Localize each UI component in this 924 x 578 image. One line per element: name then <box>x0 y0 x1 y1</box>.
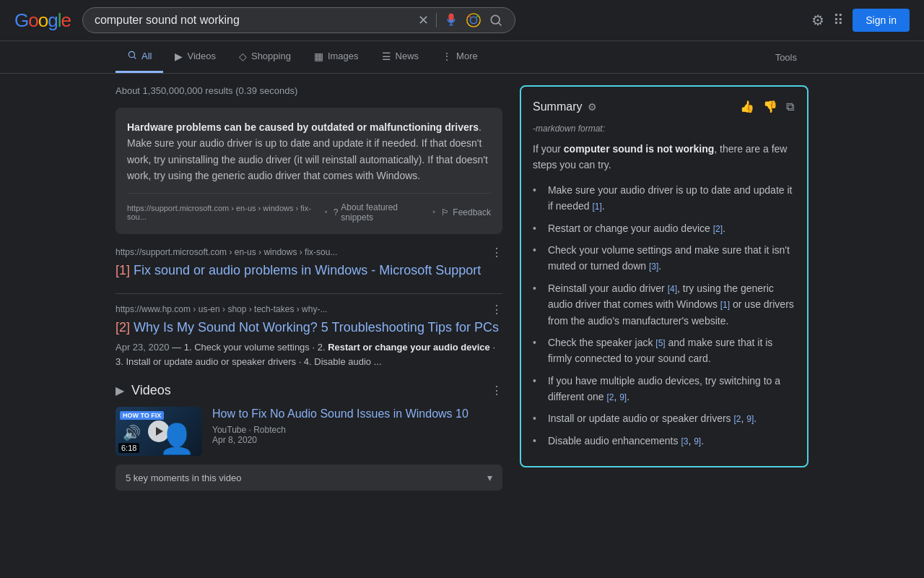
copy-button[interactable]: ⧉ <box>785 98 796 115</box>
tools-button[interactable]: Tools <box>764 43 808 72</box>
news-icon: ☰ <box>382 51 391 62</box>
summary-item-3: Check your volume settings and make sure… <box>533 242 796 275</box>
thumbs-down-button[interactable]: 👎 <box>762 98 779 115</box>
thumbs-up-button[interactable]: 👍 <box>738 98 756 115</box>
featured-snippet-text: Hardware problems can be caused by outda… <box>127 119 491 184</box>
summary-title: Summary <box>533 100 582 113</box>
summary-item-6: If you have multiple audio devices, try … <box>533 373 796 405</box>
svg-point-6 <box>128 51 134 57</box>
videos-section: ▶ Videos ⋮ 🔊 👤 HOW TO FIX 6:18 How to Fi… <box>116 383 502 491</box>
how-to-fix-label: HOW TO FIX <box>120 411 164 420</box>
svg-point-4 <box>491 15 500 24</box>
about-snippets-link[interactable]: ? About featured snippets <box>334 202 427 223</box>
ref-link-7-1[interactable]: [2 <box>734 414 741 424</box>
mic-icon[interactable] <box>444 13 458 27</box>
result-2-snippet: Apr 23, 2020 — 1. Check your volume sett… <box>116 340 502 368</box>
ref-link-4-2[interactable]: [1] <box>720 300 730 310</box>
summary-item-4: Reinstall your audio driver [4], try usi… <box>533 280 796 329</box>
summary-intro-bold: computer sound is not working <box>564 143 714 155</box>
ref-link-7-2[interactable]: 9] <box>746 414 754 424</box>
sign-in-button[interactable]: Sign in <box>853 9 910 32</box>
result-2-snippet-bold: Restart or change your audio device <box>328 342 490 353</box>
lens-icon[interactable] <box>466 12 481 28</box>
featured-snippet-bold: Hardware problems can be caused by outda… <box>127 121 479 133</box>
summary-gear-icon[interactable]: ⚙ <box>588 101 597 113</box>
ref-link-3-1[interactable]: [3] <box>649 262 658 272</box>
videos-section-menu[interactable]: ⋮ <box>491 384 502 397</box>
svg-line-5 <box>499 23 502 26</box>
ref-link-6-1[interactable]: [2 <box>606 392 614 402</box>
summary-item-8-text: Disable audio enhancements [3, 9]. <box>548 433 704 449</box>
images-icon: ▦ <box>314 51 323 62</box>
search-result-2: https://www.hp.com › us-en › shop › tech… <box>116 303 502 368</box>
clear-icon[interactable]: ✕ <box>418 12 429 28</box>
all-icon <box>127 50 137 62</box>
left-column: About 1,350,000,000 results (0.39 second… <box>116 85 502 491</box>
tab-news[interactable]: ☰ News <box>370 42 431 73</box>
more-icon: ⋮ <box>442 51 452 62</box>
video-info: How to Fix No Audio Sound Issues in Wind… <box>212 407 502 456</box>
bullet-dot-2: • <box>432 207 435 217</box>
result-2-num: [2] <box>116 320 130 335</box>
ref-link-8-2[interactable]: 9] <box>694 436 701 447</box>
ref-link-6-2[interactable]: 9] <box>619 392 627 402</box>
video-source: YouTube · Robtech <box>212 425 502 435</box>
summary-item-8: Disable audio enhancements [3, 9]. <box>533 433 796 449</box>
feedback-icon: 🏳 <box>441 207 450 217</box>
tab-images-label: Images <box>328 51 359 61</box>
result-2-title[interactable]: [2] Why Is My Sound Not Working? 5 Troub… <box>116 319 502 336</box>
summary-item-4-text: Reinstall your audio driver [4], try usi… <box>548 280 796 329</box>
ref-link-4-1[interactable]: [4] <box>668 284 677 294</box>
summary-item-1: Make sure your audio driver is up to dat… <box>533 182 796 215</box>
feedback-link[interactable]: 🏳 Feedback <box>441 207 491 217</box>
key-moments-row[interactable]: 5 key moments in this video ▾ <box>116 465 502 491</box>
tab-images[interactable]: ▦ Images <box>302 42 370 73</box>
tab-more[interactable]: ⋮ More <box>430 42 489 73</box>
svg-line-7 <box>134 57 136 59</box>
key-moments-text: 5 key moments in this video <box>126 473 241 483</box>
header: Google ✕ <box>0 0 924 41</box>
search-input[interactable] <box>95 14 411 27</box>
tab-shopping-label: Shopping <box>251 51 291 61</box>
shopping-icon: ◇ <box>239 51 247 62</box>
result-2-title-text: Why Is My Sound Not Working? 5 Troublesh… <box>134 320 499 335</box>
video-section-icon: ▶ <box>116 384 124 397</box>
tab-more-label: More <box>456 51 478 61</box>
search-result-1: https://support.microsoft.com › en-us › … <box>116 246 502 279</box>
main-content: About 1,350,000,000 results (0.39 second… <box>0 74 924 491</box>
video-date: Apr 8, 2020 <box>212 435 502 445</box>
feedback-label: Feedback <box>453 207 491 217</box>
question-icon: ? <box>334 207 339 217</box>
videos-section-title: Videos <box>131 383 171 398</box>
result-2-url-row: https://www.hp.com › us-en › shop › tech… <box>116 303 502 316</box>
summary-header: Summary ⚙ 👍 👎 ⧉ <box>533 98 796 115</box>
summary-format-note: -markdown format: <box>533 124 796 134</box>
header-right: ⚙ ⠿ Sign in <box>811 9 910 32</box>
videos-icon: ▶ <box>175 51 183 62</box>
settings-button[interactable]: ⚙ <box>811 12 824 29</box>
video-duration: 6:18 <box>118 443 139 453</box>
tab-shopping[interactable]: ◇ Shopping <box>227 42 302 73</box>
apps-button[interactable]: ⠿ <box>833 12 844 29</box>
video-title[interactable]: How to Fix No Audio Sound Issues in Wind… <box>212 407 468 420</box>
summary-title-row: Summary ⚙ <box>533 100 597 113</box>
tab-all[interactable]: All <box>116 41 163 73</box>
result-2-snippet-part1: 1. Check your volume settings · 2. <box>184 342 326 353</box>
video-thumbnail[interactable]: 🔊 👤 HOW TO FIX 6:18 <box>116 407 202 456</box>
result-1-title-text: Fix sound or audio problems in Windows -… <box>134 263 481 277</box>
ref-link-1-1[interactable]: [1] <box>592 202 601 212</box>
ref-link-2-1[interactable]: [2] <box>713 224 723 234</box>
about-snippets-label: About featured snippets <box>341 202 427 223</box>
result-1-menu-icon[interactable]: ⋮ <box>491 246 502 259</box>
ref-link-8-1[interactable]: [3 <box>681 436 688 447</box>
snippet-source-url: https://support.microsoft.com › en-us › … <box>127 204 318 221</box>
ref-link-5-1[interactable]: [5] <box>655 338 665 348</box>
result-2-menu-icon[interactable]: ⋮ <box>491 303 502 316</box>
divider <box>436 13 437 27</box>
result-2-snippet-text: — <box>172 342 184 353</box>
tab-videos[interactable]: ▶ Videos <box>163 42 227 73</box>
summary-item-5: Check the speaker jack [5] and make sure… <box>533 335 796 367</box>
result-1-title[interactable]: [1] Fix sound or audio problems in Windo… <box>116 262 502 279</box>
search-icon[interactable] <box>489 13 503 27</box>
search-bar[interactable]: ✕ <box>82 7 515 33</box>
